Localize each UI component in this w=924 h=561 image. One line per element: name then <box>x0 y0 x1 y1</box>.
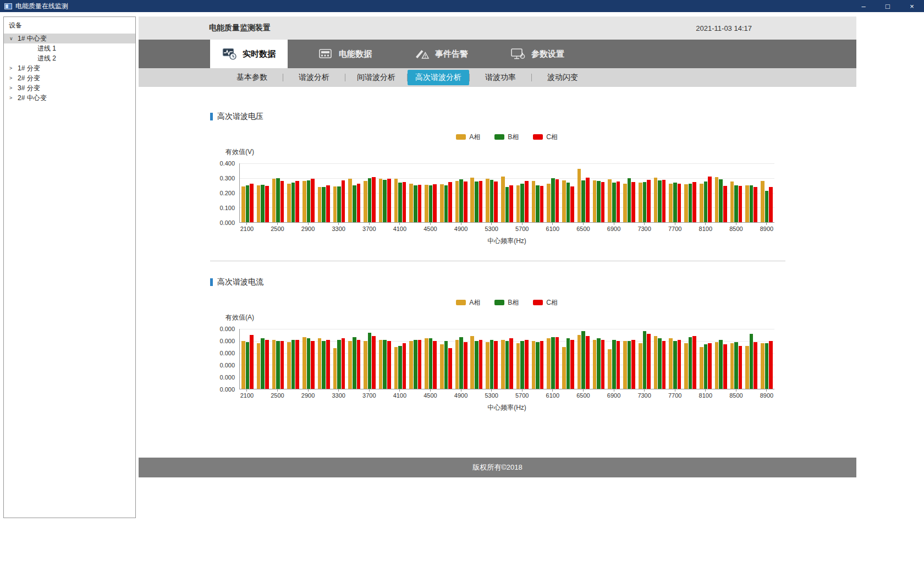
subtab-4[interactable]: 谐波功率 <box>470 70 531 85</box>
x-tick-cell: 2500 <box>270 223 285 233</box>
bar <box>368 178 372 222</box>
bar <box>516 343 520 389</box>
subtab-1[interactable]: 谐波分析 <box>283 70 345 85</box>
bar <box>658 180 662 222</box>
x-tick-cell: 8100 <box>698 389 713 400</box>
x-tick-cell: 5300 <box>484 223 499 233</box>
bar <box>292 340 295 389</box>
x-tick-cell: 8100 <box>698 223 713 233</box>
subtab-5[interactable]: 波动闪变 <box>532 70 593 85</box>
bar <box>597 338 601 389</box>
x-tick-cell: 7300 <box>637 389 652 400</box>
tab-settings[interactable]: 参数设置 <box>499 40 576 68</box>
tree-item[interactable]: >1# 分变 <box>4 63 135 73</box>
legend-label: C相 <box>546 298 558 307</box>
chevron-down-icon[interactable]: ∨ <box>9 36 18 41</box>
tab-label: 参数设置 <box>531 49 564 59</box>
subtab-3[interactable]: 高次谐波分析 <box>408 70 469 85</box>
chevron-right-icon[interactable]: > <box>9 75 18 81</box>
subtab-2[interactable]: 间谐波分析 <box>345 70 407 85</box>
bar <box>459 337 463 389</box>
bar <box>337 340 341 389</box>
bar-group <box>271 329 286 389</box>
bar <box>440 184 444 222</box>
bar-group <box>255 329 271 389</box>
bar <box>379 340 383 389</box>
bar-group <box>698 329 713 389</box>
bar <box>765 191 769 222</box>
legend-item[interactable]: B相 <box>494 133 519 141</box>
bar-group <box>271 163 286 222</box>
legend-label: C相 <box>546 133 558 142</box>
y-tick-label: 0.200 <box>219 190 235 196</box>
tab-alarm[interactable]: 事件告警 <box>403 40 480 68</box>
x-tick-label: 4100 <box>393 392 406 400</box>
bar <box>276 341 280 389</box>
bar <box>368 333 372 389</box>
x-tick-label: 5300 <box>485 392 498 400</box>
legend-item[interactable]: C相 <box>533 299 558 306</box>
bar <box>429 185 433 222</box>
bar <box>261 338 265 389</box>
bar <box>578 335 581 389</box>
bar <box>723 344 727 389</box>
legend-item[interactable]: A相 <box>456 299 480 306</box>
bar <box>394 179 398 222</box>
tree-item[interactable]: >3# 分变 <box>4 83 135 93</box>
tree-item[interactable]: >2# 分变 <box>4 73 135 83</box>
legend-item[interactable]: A相 <box>456 133 480 141</box>
chevron-right-icon[interactable]: > <box>9 85 18 91</box>
x-tick-label: 4100 <box>393 225 406 233</box>
bar <box>745 346 749 389</box>
tree-item[interactable]: 进线 1 <box>4 43 135 53</box>
bar <box>562 347 566 389</box>
x-tick-cell: 4100 <box>392 223 408 233</box>
bar <box>509 185 513 222</box>
bar <box>265 186 269 222</box>
section-title: 高次谐波电压 <box>210 111 856 122</box>
x-tick-label: 6900 <box>607 392 620 400</box>
bar <box>459 179 463 222</box>
bar <box>540 341 544 389</box>
y-axis: 0.0000.0000.0000.0000.0000.000 <box>210 329 239 389</box>
section-marker <box>210 278 213 286</box>
bar-group <box>560 329 576 389</box>
bar <box>322 341 326 389</box>
bar <box>570 186 574 222</box>
bar <box>470 178 474 222</box>
x-tick-label: 2100 <box>240 225 254 233</box>
bar-group <box>545 329 560 389</box>
x-tick-cell <box>744 389 759 400</box>
chevron-right-icon[interactable]: > <box>9 65 18 71</box>
maximize-icon[interactable]: □ <box>876 0 900 12</box>
tree-item[interactable]: >2# 中心变 <box>4 93 135 103</box>
bar <box>372 177 376 222</box>
bar <box>357 184 361 222</box>
bar <box>455 181 459 222</box>
tree-item[interactable]: 进线 2 <box>4 53 135 63</box>
x-tick-cell: 4900 <box>453 223 469 233</box>
tab-realtime[interactable]: 实时数据 <box>210 40 288 68</box>
x-tick-label: 8900 <box>760 392 773 400</box>
bar <box>470 336 474 389</box>
subtab-0[interactable]: 基本参数 <box>221 70 283 85</box>
tree-item[interactable]: ∨1# 中心变 <box>4 34 135 43</box>
legend-item[interactable]: C相 <box>533 133 558 141</box>
tab-energy[interactable]: 电能数据 <box>306 40 384 68</box>
close-icon[interactable]: × <box>900 0 924 12</box>
y-tick-label: 0.000 <box>219 386 235 393</box>
bar-group <box>499 163 515 222</box>
x-tick-label: 2500 <box>271 225 284 233</box>
bar <box>383 340 387 389</box>
legend-item[interactable]: B相 <box>494 299 519 306</box>
bar <box>433 341 437 389</box>
tree-item-label: 2# 分变 <box>18 74 40 83</box>
bar-group <box>393 329 408 389</box>
bar-group <box>606 163 622 222</box>
bar <box>684 184 688 222</box>
chevron-right-icon[interactable]: > <box>9 95 18 101</box>
bar <box>448 182 452 222</box>
minimize-icon[interactable]: – <box>851 0 876 12</box>
x-tick-cell <box>285 389 300 400</box>
bar <box>409 341 413 389</box>
